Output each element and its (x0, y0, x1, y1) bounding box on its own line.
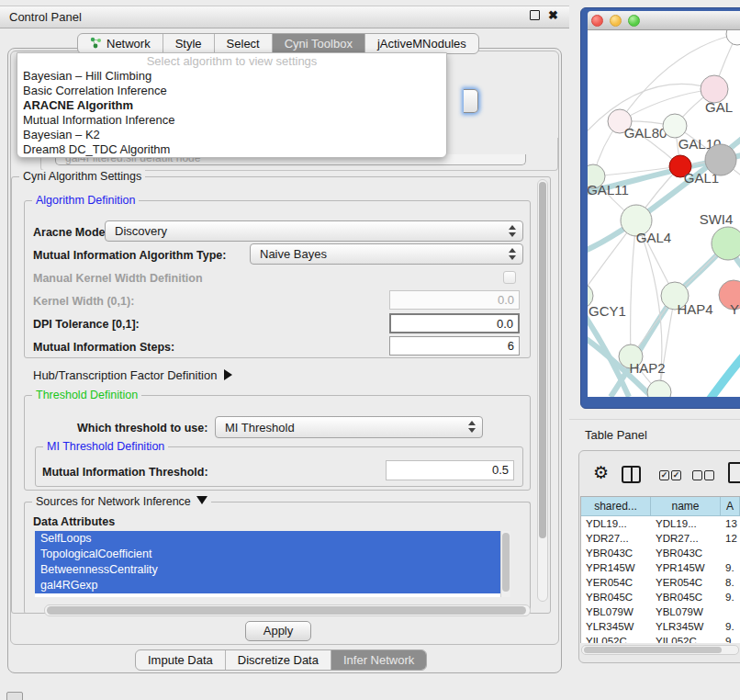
mi-algorithm-type-value: Naive Bayes (260, 247, 327, 261)
table-row[interactable]: YLR345WYLR345W9. (581, 619, 740, 634)
table-cell: 9. (721, 621, 740, 632)
network-node[interactable] (705, 144, 736, 175)
dropdown-item[interactable]: Bayesian – K2 (17, 128, 446, 142)
attribute-list-item[interactable]: BetweennessCentrality (35, 562, 500, 578)
network-node-gal10[interactable] (663, 114, 687, 138)
table-cell: YBR043C (651, 548, 721, 559)
zoom-traffic-light-icon[interactable] (628, 15, 640, 27)
settings-horizontal-scrollbar[interactable] (44, 604, 531, 616)
dropdown-item[interactable]: Dream8 DC_TDC Algorithm (17, 142, 446, 157)
table-row[interactable]: YBR043CYBR043C (581, 546, 740, 560)
data-attributes-list[interactable]: SelfLoopsTopologicalCoefficientBetweenne… (35, 531, 510, 597)
node-label: HAP2 (629, 360, 665, 376)
sources-legend[interactable]: Sources for Network Inference (32, 495, 211, 508)
table-row[interactable]: YER054CYER054C8. (581, 575, 740, 590)
tab-discretize-data[interactable]: Discretize Data (226, 650, 331, 670)
attributes-scrollbar[interactable] (500, 531, 510, 597)
bottom-tabs: Impute DataDiscretize DataInfer Network (135, 649, 427, 671)
apply-button[interactable]: Apply (245, 621, 311, 641)
tab-jactivemnodules[interactable]: jActiveMNodules (365, 34, 478, 53)
table-cell: YLR345W (651, 621, 721, 632)
checked-checkbox-icon[interactable]: ✓ (659, 470, 669, 480)
hub-definition-toggle[interactable]: Hub/Transcription Factor Definition (33, 368, 232, 382)
which-threshold-label: Which threshold to use: (77, 422, 207, 435)
aracne-mode-value: Discovery (115, 224, 167, 238)
table-header-row: shared... name A (581, 497, 740, 516)
tab-select[interactable]: Select (215, 34, 273, 53)
spinner-arrows-icon (468, 421, 476, 433)
table-row[interactable]: YBL079WYBL079W (581, 604, 740, 619)
table-row[interactable]: YPR145WYPR145W9. (581, 560, 740, 575)
float-window-icon[interactable] (530, 10, 540, 20)
mi-threshold-field[interactable]: 0.5 (386, 460, 514, 480)
dropdown-item[interactable]: Bayesian – Hill Climbing (17, 69, 446, 84)
settings-vertical-scrollbar[interactable] (537, 179, 548, 602)
algorithm-definition-legend: Algorithm Definition (32, 194, 139, 207)
tab-impute-data[interactable]: Impute Data (136, 650, 226, 670)
mi-steps-field[interactable]: 6 (389, 336, 520, 356)
tab-label: Style (175, 37, 202, 51)
unchecked-checkbox-icon[interactable] (692, 470, 702, 480)
tab-infer-network[interactable]: Infer Network (331, 650, 426, 670)
node-label: GAL80 (624, 125, 667, 141)
table-row[interactable]: YDL19...YDL19...13 (581, 516, 740, 531)
which-threshold-value: MI Threshold (225, 421, 295, 435)
table-row[interactable]: YBR045CYBR045C9. (581, 590, 740, 604)
attribute-list-item[interactable]: gal4RGexp (35, 578, 500, 593)
aracne-mode-select[interactable]: Discovery (105, 220, 523, 242)
column-header-shared-name[interactable]: shared... (581, 497, 651, 515)
close-icon[interactable]: ✖ (548, 10, 558, 20)
table-cell: 9. (721, 562, 740, 573)
gear-icon[interactable]: ⚙ (593, 462, 609, 483)
table-cell: YBR045C (581, 592, 651, 603)
mi-threshold-definition-legend: MI Threshold Definition (43, 440, 168, 453)
tab-cyni-toolbox[interactable]: Cyni Toolbox (273, 34, 365, 53)
table-cell: YPR145W (581, 562, 651, 573)
spinner-arrows-icon (509, 225, 516, 237)
table-cell: YDR27... (581, 533, 651, 544)
kernel-width-field[interactable]: 0.0 (389, 290, 520, 310)
network-canvas[interactable]: GALGAL80GAL10GAL1GAL11GAL4SWI4GCY1HAP4YH… (588, 30, 740, 397)
tab-network[interactable]: Network (78, 34, 163, 53)
table-row[interactable]: YIL052CYIL052C9. (581, 634, 740, 643)
attribute-list-item[interactable]: SelfLoops (35, 531, 500, 547)
hidden-focused-combo-edge[interactable] (464, 89, 478, 113)
aracne-mode-label: Aracne Mode: (33, 226, 109, 239)
mi-algorithm-type-select[interactable]: Naive Bayes (250, 243, 523, 265)
column-header-name[interactable]: name (651, 497, 721, 515)
dropdown-item[interactable]: ARACNE Algorithm (17, 98, 446, 113)
which-threshold-select[interactable]: MI Threshold (215, 416, 483, 438)
table-cell: YBR045C (651, 592, 721, 603)
dropdown-item[interactable]: Basic Correlation Inference (17, 84, 446, 98)
unchecked-checkbox-icon[interactable] (704, 470, 714, 480)
column-header-partial[interactable]: A (721, 497, 740, 515)
collapsed-panel-icon[interactable] (6, 692, 23, 700)
dpi-tolerance-field[interactable]: 0.0 (389, 313, 520, 333)
table-horizontal-scrollbar[interactable] (581, 645, 739, 655)
control-panel-titlebar: Control Panel ✖ (0, 6, 569, 28)
document-icon[interactable] (728, 462, 740, 483)
close-traffic-light-icon[interactable] (591, 15, 603, 27)
table-cell: 8. (721, 577, 740, 588)
mi-algorithm-type-label: Mutual Information Algorithm Type: (33, 249, 226, 262)
node-table[interactable]: shared... name A YDL19...YDL19...13YDR27… (580, 496, 740, 643)
screen: Control Panel ✖ NetworkStyleSelectCyni T… (0, 0, 740, 700)
checked-checkbox-icon[interactable]: ✓ (671, 470, 681, 480)
table-cell: YDR27... (651, 533, 721, 544)
spinner-arrows-icon (509, 248, 516, 260)
manual-kernel-width-checkbox[interactable] (503, 271, 516, 284)
expanded-arrow-icon (196, 496, 207, 504)
attribute-list-item[interactable]: TopologicalCoefficient (35, 547, 500, 562)
tab-style[interactable]: Style (163, 34, 215, 53)
node-label: SWI4 (700, 211, 734, 227)
network-node[interactable] (726, 30, 740, 45)
minimize-traffic-light-icon[interactable] (610, 15, 622, 27)
table-cell: YPR145W (651, 562, 721, 573)
network-node-swi4[interactable] (712, 227, 740, 260)
table-row[interactable]: YDR27...YDR27...12 (581, 531, 740, 546)
column-selector-icon[interactable] (622, 466, 641, 483)
dropdown-item[interactable]: Mutual Information Inference (17, 113, 446, 128)
control-panel-title: Control Panel (9, 10, 82, 24)
table-cell: 13 (721, 518, 740, 529)
node-label: GCY1 (589, 303, 626, 319)
